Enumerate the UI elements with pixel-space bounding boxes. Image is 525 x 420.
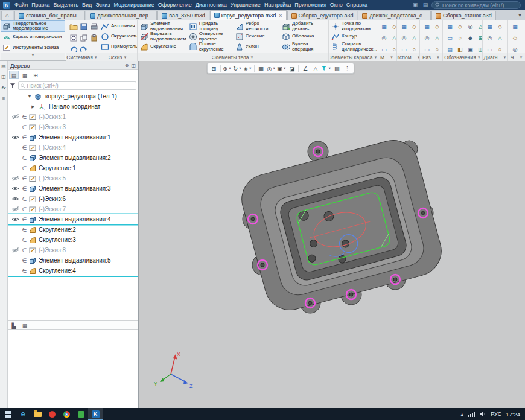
document-tab[interactable]: Сборка_станок.a3d: [431, 11, 496, 20]
command-search-input[interactable]: [442, 2, 517, 8]
cut-extrude-button[interactable]: Вырезать выдавливанием: [139, 31, 187, 42]
open-document-icon[interactable]: [69, 22, 78, 31]
render-mode-icon[interactable]: ▣▼: [276, 63, 287, 73]
copy-icon[interactable]: [79, 33, 88, 42]
axis-line-icon[interactable]: ▣: [466, 45, 475, 53]
3d-viewport[interactable]: X Z Y ⊞⊕▼↻▼◈▼▦◎▼▣▼◪∠△▼▤⋮: [139, 61, 525, 408]
display-wireframe-icon[interactable]: ▦: [256, 63, 266, 73]
visibility-eye-icon[interactable]: [10, 176, 21, 181]
undo-icon[interactable]: [69, 45, 78, 53]
tree-item[interactable]: ∈Скругление:4: [8, 266, 138, 276]
rectangle-button[interactable]: Прямоугольник: [100, 42, 137, 52]
menu-Правка[interactable]: Правка: [30, 0, 51, 10]
radial-dimension-icon[interactable]: △: [433, 33, 442, 42]
tree-item[interactable]: ∈(-)Эскиз:4: [8, 142, 138, 153]
polyline-icon[interactable]: ○: [410, 45, 419, 53]
tree-item[interactable]: ∈(-)Эскиз:7: [8, 204, 138, 214]
parameters-panel-icon[interactable]: ◫: [1, 74, 7, 81]
mode-sketch-tools[interactable]: Инструменты эскиза: [1, 42, 65, 53]
orientation-cube-icon[interactable]: ◈▼: [243, 63, 253, 73]
offset-plane-icon[interactable]: ▦: [399, 22, 409, 31]
pattern-curve-icon[interactable]: △: [390, 33, 396, 42]
helix-button[interactable]: Спираль цилиндрическ...: [331, 42, 377, 52]
file-explorer-icon[interactable]: [30, 408, 45, 420]
note-icon[interactable]: ⊞: [476, 33, 482, 42]
contour-button[interactable]: Контур: [331, 31, 377, 42]
full-fillet-button[interactable]: Полное скругление: [188, 42, 234, 52]
plane-3points-icon[interactable]: △: [410, 33, 419, 42]
menu-Файл[interactable]: Файл: [13, 0, 30, 10]
tree-panel-icon[interactable]: ▤: [1, 63, 7, 70]
curvature-icon[interactable]: ○: [495, 45, 504, 53]
visibility-eye-icon[interactable]: [10, 196, 21, 202]
circle-button[interactable]: Окружность: [100, 31, 137, 42]
tree-search-field[interactable]: [18, 81, 136, 90]
visibility-eye-icon[interactable]: [10, 206, 21, 212]
area-icon[interactable]: ◎: [485, 33, 494, 42]
menu-Эскиз[interactable]: Эскиз: [94, 0, 112, 10]
tree-item[interactable]: ∈(-)Эскиз:3: [8, 122, 138, 132]
thicken-button[interactable]: Придать толщину: [188, 21, 234, 31]
mirror-icon[interactable]: ◎: [380, 33, 389, 42]
settings-icon[interactable]: ⊕: [125, 63, 129, 68]
linear-dimension-icon[interactable]: ◇: [433, 22, 442, 31]
ribbon-group-label[interactable]: Диагн...▼: [483, 53, 508, 61]
grid-bottom-tab-icon[interactable]: ▦: [20, 321, 30, 329]
section-button[interactable]: Сечение: [235, 31, 280, 42]
tree-item[interactable]: ∈Элемент выдавливания:5: [8, 255, 138, 266]
tree-item[interactable]: ∈Скругление:3: [8, 235, 138, 245]
auto-dimension-icon[interactable]: ▦: [422, 22, 431, 31]
clock[interactable]: 17:24: [506, 411, 520, 418]
document-tab[interactable]: движок_подставка_с...: [358, 11, 430, 20]
datum-icon[interactable]: ◇: [456, 22, 465, 31]
print-icon[interactable]: [89, 22, 98, 31]
leader-icon[interactable]: ◎: [466, 22, 475, 31]
tree-bottom-tab-icon[interactable]: ▙: [9, 321, 19, 329]
tree-item[interactable]: ∈Элемент выдавливания:3: [8, 183, 138, 194]
save-icon[interactable]: [79, 22, 88, 31]
zoom-icon[interactable]: ⊕▼: [222, 63, 232, 73]
hole-button[interactable]: Отверстие простое: [188, 31, 234, 42]
ribbon-group-label[interactable]: Системная▼: [66, 53, 98, 61]
opera-browser-icon[interactable]: [45, 408, 59, 420]
redo-icon[interactable]: [79, 45, 88, 53]
show-grid-icon[interactable]: ⊞: [209, 63, 219, 73]
point-button[interactable]: Точка по координатам: [331, 21, 377, 31]
more-icon[interactable]: ⋮: [342, 63, 352, 73]
screenshot-icon[interactable]: ▣: [411, 1, 419, 9]
edge-browser-icon[interactable]: e: [16, 408, 30, 420]
collapse-arrow-icon[interactable]: ▶: [30, 104, 36, 109]
language-indicator[interactable]: РУС: [491, 411, 501, 417]
ribbon-group-label[interactable]: Эскиз▼: [98, 53, 137, 61]
pattern-linear-icon[interactable]: ▦: [380, 22, 389, 31]
extrude-button[interactable]: Элемент выдавливания: [139, 21, 187, 31]
section-view-icon[interactable]: ◪: [287, 63, 297, 73]
mass-properties-icon[interactable]: △: [495, 33, 504, 42]
tree-item[interactable]: ∈(-)Эскиз:8: [8, 245, 138, 255]
tree-root[interactable]: ▼корпус_редуктора (Тел-1): [8, 91, 138, 101]
ribbon-group-label[interactable]: Вспом...▼: [397, 53, 419, 61]
document-tab[interactable]: станина_бок_правы...: [14, 11, 85, 20]
home-tab-button[interactable]: ⌂: [1, 11, 13, 20]
visibility-eye-icon[interactable]: [10, 247, 21, 253]
visibility-eye-icon[interactable]: [10, 217, 21, 222]
snap-angle-icon[interactable]: ∠: [300, 63, 310, 73]
menu-Диагностика[interactable]: Диагностика: [194, 0, 229, 10]
tree-item[interactable]: ∈Скругление:2: [8, 224, 138, 235]
tree-view-icon[interactable]: ▤: [9, 71, 19, 79]
autoline-button[interactable]: Автолиния: [100, 21, 137, 31]
paste-icon[interactable]: [89, 33, 98, 42]
visibility-eye-icon[interactable]: [10, 114, 21, 119]
ribbon-group-label[interactable]: М...▼: [377, 53, 396, 61]
relations-view-icon[interactable]: ⊞: [31, 71, 40, 79]
menu-Оформление[interactable]: Оформление: [156, 0, 194, 10]
drawing-icon[interactable]: ▦: [511, 22, 520, 31]
menu-Приложения[interactable]: Приложения: [293, 0, 328, 10]
hatch-icon[interactable]: ◫: [476, 45, 482, 53]
command-search[interactable]: [431, 1, 521, 9]
boolean-button[interactable]: Булева операция: [281, 42, 326, 52]
print-preview-icon[interactable]: [69, 33, 78, 42]
pattern-table-icon[interactable]: ○: [390, 45, 396, 53]
ribbon-group-label[interactable]: Ч...▼: [508, 53, 525, 61]
menu-Справка[interactable]: Справка: [345, 0, 369, 10]
